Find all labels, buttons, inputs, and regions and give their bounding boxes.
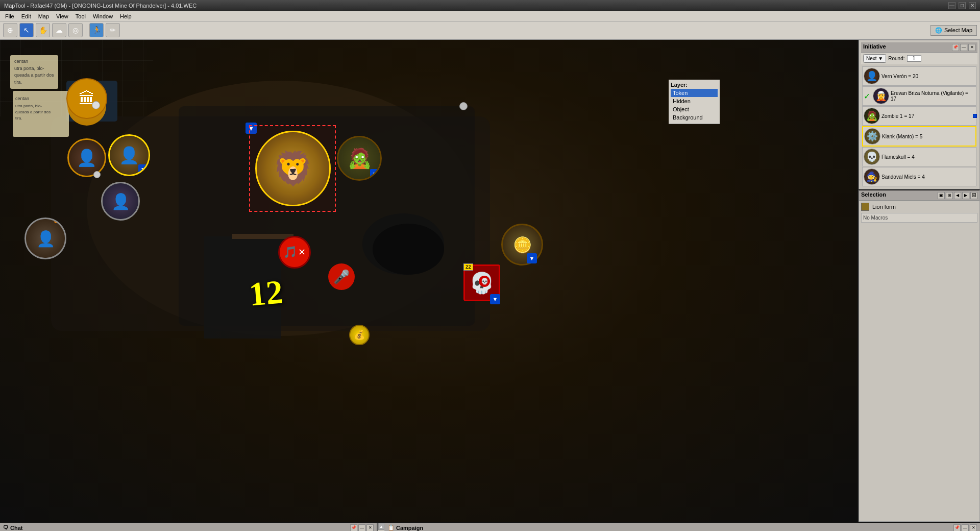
menu-tool[interactable]: Tool xyxy=(72,12,89,20)
initiative-entry-5[interactable]: 💀 Flameskull = 4 xyxy=(862,147,976,166)
token-char1[interactable]: 👤 xyxy=(67,138,106,177)
chat-scrollbar[interactable]: ▲ ▼ xyxy=(378,523,385,531)
right-panels: Initiative 📌 — ✕ Next ▼ Round: 👤 Vern Ve… xyxy=(857,40,980,522)
zz-badge: ZZ xyxy=(463,263,473,271)
toolbar-connect-btn[interactable]: ⊕ xyxy=(3,23,17,37)
camp-minimize-btn[interactable]: — xyxy=(962,524,969,532)
initiative-controls[interactable]: 📌 — ✕ xyxy=(952,44,975,51)
campaign-panel-controls[interactable]: 📌 — ✕ xyxy=(953,524,977,532)
token-color-swatch xyxy=(861,203,869,211)
initiative-entry-6[interactable]: 🧙 Sandoval Miels = 4 xyxy=(862,167,976,186)
title-bar: MapTool - Rafael47 (GM) - [ONGOING-Lost … xyxy=(0,0,980,11)
initiative-name-1: Vern Verón = 20 xyxy=(881,74,975,79)
initiative-next-btn[interactable]: Next ▼ xyxy=(863,54,886,63)
menu-file[interactable]: File xyxy=(2,12,17,20)
toolbar-move-btn[interactable]: ✋ xyxy=(36,23,50,37)
menu-window[interactable]: Window xyxy=(90,12,116,20)
token-arrow-badge: ▼ xyxy=(138,164,148,174)
menu-help[interactable]: Help xyxy=(117,12,135,20)
toolbar-pointer-btn[interactable]: ↖ xyxy=(19,23,34,37)
chat-pin-btn[interactable]: 📌 xyxy=(350,524,357,532)
maximize-button[interactable]: □ xyxy=(959,2,966,9)
chat-panel-header: 🗨 Chat 📌 — ✕ xyxy=(0,523,377,531)
chat-minimize-btn[interactable]: — xyxy=(358,524,365,532)
no-macros-label: No Macros xyxy=(861,213,977,223)
toolbar-draw-btn[interactable]: ✏ xyxy=(106,23,120,37)
svg-text:centan: centan xyxy=(15,96,29,101)
minimize-button[interactable]: — xyxy=(948,2,955,9)
token-char4[interactable]: 👤 xyxy=(24,218,66,259)
window-title: MapTool - Rafael47 (GM) - [ONGOING-Lost … xyxy=(4,3,197,9)
token-lion-form[interactable]: 🦁 xyxy=(255,131,331,206)
menu-map[interactable]: Map xyxy=(35,12,52,20)
svg-rect-4 xyxy=(13,91,69,137)
toolbar-fog-btn[interactable]: ☁ xyxy=(52,23,66,37)
layer-background[interactable]: Background xyxy=(671,113,718,122)
map-area[interactable]: centan utra porta, blo- queada a partir … xyxy=(0,40,857,522)
sel-icon1[interactable]: ▣ xyxy=(938,192,945,199)
map-canvas[interactable]: centan utra porta, blo- queada a partir … xyxy=(0,40,857,522)
close-button[interactable]: ✕ xyxy=(969,2,976,9)
sel-next-btn[interactable]: ▶ xyxy=(962,192,969,199)
chat-close-btn[interactable]: ✕ xyxy=(366,524,374,532)
skull-arrow-badge: ▼ xyxy=(490,294,500,304)
menu-edit[interactable]: Edit xyxy=(18,12,34,20)
svg-text:utra porta, blo-: utra porta, blo- xyxy=(15,104,42,108)
layer-token[interactable]: Token xyxy=(671,89,718,97)
campaign-title: Campaign xyxy=(396,525,423,531)
token-indicator xyxy=(54,218,60,223)
location-token[interactable]: 🏛 xyxy=(66,78,107,119)
token-zombie[interactable]: 🧟 ▼ xyxy=(337,136,382,181)
selection-controls[interactable]: ▣ ⊞ ◀ ▶ 🖼 xyxy=(938,192,977,199)
layer-object[interactable]: Object xyxy=(671,105,718,113)
token-arrow-top: ▼ xyxy=(246,123,257,134)
coin-token[interactable]: 💰 xyxy=(349,325,370,345)
map-background-svg: centan utra porta, blo- queada a partir … xyxy=(0,40,857,522)
waypoint-marker xyxy=(92,101,100,109)
token-char2[interactable]: 👤 ▼ xyxy=(108,134,150,176)
map-note: centanutra porta, blo-queada a partir do… xyxy=(10,55,58,89)
round-label: Round: xyxy=(888,56,904,61)
initiative-name-3: Zombie 1 = 17 xyxy=(881,113,975,119)
select-map-label: Select Map xyxy=(944,27,972,33)
selection-panel: Selection ▣ ⊞ ◀ ▶ 🖼 Lion form No Macros xyxy=(859,189,980,522)
initiative-pin-btn[interactable]: 📌 xyxy=(952,44,959,51)
toolbar-fow-btn[interactable]: ◎ xyxy=(68,23,83,37)
globe-icon: 🌐 xyxy=(935,27,942,34)
svg-point-1 xyxy=(87,81,475,336)
sel-icon2[interactable]: ⊞ xyxy=(946,192,953,199)
round-input[interactable] xyxy=(907,55,921,62)
window-controls[interactable]: — □ ✕ xyxy=(948,2,976,9)
waypoint-marker2 xyxy=(459,102,468,110)
svg-text:queada a partir dos: queada a partir dos xyxy=(15,110,51,114)
svg-rect-11 xyxy=(179,106,475,326)
waypoint-marker3 xyxy=(93,171,101,178)
initiative-minimize-btn[interactable]: — xyxy=(960,44,967,51)
selection-title: Selection xyxy=(861,191,886,198)
sel-img-btn[interactable]: 🖼 xyxy=(970,192,977,199)
initiative-name-6: Sandoval Miels = 4 xyxy=(881,174,975,180)
menu-view[interactable]: View xyxy=(53,12,71,20)
initiative-entry-1[interactable]: 👤 Vern Verón = 20 xyxy=(862,66,976,86)
chat-panel-controls[interactable]: 📌 — ✕ xyxy=(350,524,374,532)
initiative-name-4: Klank (Manto) = 5 xyxy=(882,134,974,139)
music-stop-icon[interactable]: 🎵✕ xyxy=(278,236,311,269)
select-map-button[interactable]: 🌐 Select Map xyxy=(930,25,977,36)
initiative-close-btn[interactable]: ✕ xyxy=(968,44,975,51)
initiative-entry-4[interactable]: ⚙️ Klank (Manto) = 5 xyxy=(862,126,976,147)
bottom-layout: 🗨 Chat 📌 — ✕ Klank: banheiro Klank: volt… xyxy=(0,522,980,531)
scroll-up-btn[interactable]: ▲ xyxy=(378,523,384,530)
skull-red-badge: 💀 xyxy=(479,276,490,287)
menu-bar: File Edit Map View Tool Window Help xyxy=(0,11,980,21)
hp-indicator xyxy=(973,114,977,118)
svg-point-13 xyxy=(373,224,444,275)
layer-hidden[interactable]: Hidden xyxy=(671,97,718,105)
initiative-entry-3[interactable]: 🧟 Zombie 1 = 17 xyxy=(862,106,976,126)
toolbar-move2-btn[interactable]: 🏃 xyxy=(89,23,104,37)
microphone-icon[interactable]: 🎤 xyxy=(328,263,355,290)
camp-close-btn[interactable]: ✕ xyxy=(970,524,977,532)
sel-prev-btn[interactable]: ◀ xyxy=(954,192,961,199)
initiative-entry-2[interactable]: ✓ 🧝 Erevan Briza Noturna (Vigilante) = 1… xyxy=(862,86,976,106)
camp-pin-btn[interactable]: 📌 xyxy=(953,524,961,532)
token-char3[interactable]: 👤 xyxy=(101,182,140,221)
